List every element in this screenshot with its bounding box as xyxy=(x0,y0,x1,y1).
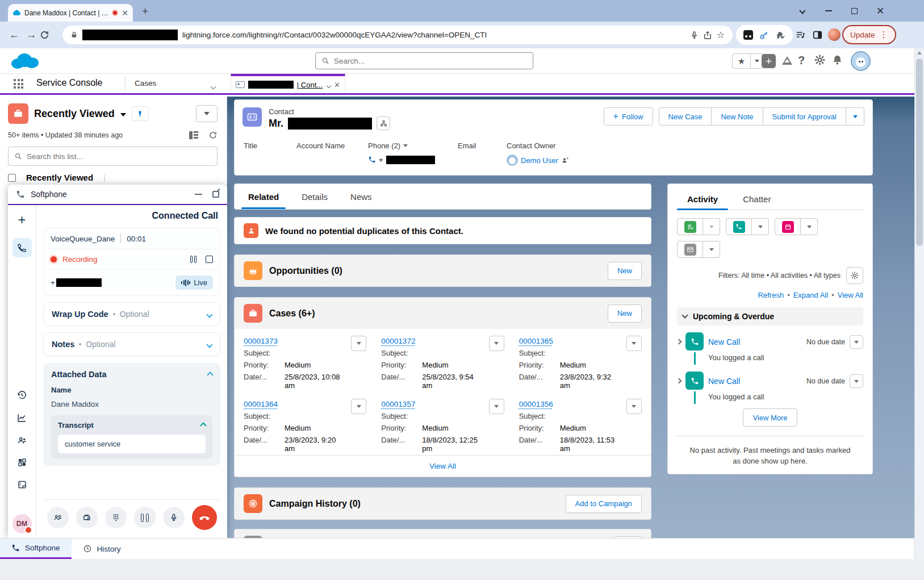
tab-activity[interactable]: Activity xyxy=(677,192,728,210)
case-number-link[interactable]: 00001365 xyxy=(519,337,553,345)
case-row-actions[interactable] xyxy=(626,336,642,351)
row-checkbox[interactable] xyxy=(8,174,16,182)
history-icon[interactable] xyxy=(16,390,27,400)
new-note-button[interactable]: New Note xyxy=(712,107,763,126)
url-bar[interactable]: lightning.force.com/lightning/r/Contact/… xyxy=(62,26,733,44)
upcoming-overdue-section[interactable]: Upcoming & Overdue xyxy=(677,307,863,326)
utility-softphone-tab[interactable]: Softphone xyxy=(0,539,72,559)
password-key-icon[interactable] xyxy=(759,30,769,40)
reload-button[interactable] xyxy=(40,30,57,40)
profile-avatar-icon[interactable] xyxy=(828,28,841,41)
transcript-chevron-icon[interactable] xyxy=(201,421,206,429)
help-icon[interactable]: ? xyxy=(798,54,805,67)
scrollbar-thumb[interactable] xyxy=(916,59,923,246)
list-view-actions-dropdown[interactable] xyxy=(196,105,218,122)
phone-dropdown-icon[interactable] xyxy=(403,144,408,147)
new-event-button[interactable] xyxy=(775,218,818,235)
utility-history-tab[interactable]: History xyxy=(72,539,132,559)
list-search-input[interactable] xyxy=(27,152,211,161)
activity-actions-dropdown[interactable] xyxy=(850,335,863,349)
refresh-list-icon[interactable] xyxy=(208,131,218,140)
expand-item-chevron-icon[interactable] xyxy=(677,376,681,404)
call-dropdown-icon[interactable] xyxy=(752,218,769,235)
list-view-selector-icon[interactable] xyxy=(120,110,126,118)
popout-panel-icon[interactable] xyxy=(212,191,219,198)
chrome-update-button[interactable]: Update ⋮ xyxy=(842,25,896,44)
case-row-actions[interactable] xyxy=(351,399,366,414)
view-all-link[interactable]: View All xyxy=(838,291,863,299)
browser-tab[interactable]: Dane Maddox | Contact | Sal ✕ xyxy=(8,4,133,22)
activity-title-link[interactable]: New Call xyxy=(708,337,740,347)
pin-icon[interactable] xyxy=(132,106,149,121)
conference-icon[interactable] xyxy=(47,507,69,528)
global-search-input[interactable] xyxy=(334,57,527,65)
case-row-actions[interactable] xyxy=(626,399,642,414)
case-row-actions[interactable] xyxy=(489,399,504,414)
workspace-tab-close-icon[interactable]: ✕ xyxy=(334,81,340,89)
event-dropdown-icon[interactable] xyxy=(801,218,818,235)
case-row-actions[interactable] xyxy=(351,336,366,351)
log-call-button[interactable] xyxy=(726,218,769,235)
wrap-up-code-section[interactable]: Wrap Up Code Optional xyxy=(43,302,220,326)
nav-tab-cases[interactable]: Cases xyxy=(135,79,156,87)
app-launcher-icon[interactable] xyxy=(14,79,23,89)
extensions-puzzle-icon[interactable] xyxy=(775,30,785,40)
back-button[interactable]: ← xyxy=(6,29,23,41)
favorite-star-icon[interactable]: ★ xyxy=(732,53,751,69)
nav-cases-chevron-icon[interactable] xyxy=(211,82,215,90)
notes-pad-icon[interactable] xyxy=(17,479,27,490)
favorites-button[interactable]: ★ xyxy=(732,53,763,69)
owner-link[interactable]: Demo User xyxy=(521,156,558,165)
activity-settings-icon[interactable] xyxy=(846,267,863,284)
more-actions-dropdown[interactable] xyxy=(846,107,864,126)
window-close-button[interactable]: ✕ xyxy=(867,0,893,22)
media-queue-icon[interactable] xyxy=(795,30,806,40)
new-case-button[interactable]: New Case xyxy=(659,107,712,126)
case-number-link[interactable]: 00001373 xyxy=(244,337,278,345)
view-hierarchy-icon[interactable] xyxy=(377,116,390,130)
activity-title-link[interactable]: New Call xyxy=(708,377,740,386)
case-number-link[interactable]: 00001364 xyxy=(244,400,278,408)
case-number-link[interactable]: 00001372 xyxy=(381,337,415,345)
global-actions-icon[interactable]: + xyxy=(762,54,776,68)
new-call-plus-icon[interactable]: + xyxy=(18,213,26,227)
wrap-up-chevron-icon[interactable] xyxy=(207,310,212,319)
new-tab-button[interactable]: + xyxy=(142,6,148,16)
redacted-phone-number[interactable] xyxy=(386,156,435,164)
email-button[interactable] xyxy=(677,241,720,258)
email-dropdown-icon[interactable] xyxy=(703,241,720,258)
submit-for-approval-button[interactable]: Submit for Approval xyxy=(763,107,846,126)
follow-button[interactable]: +Follow xyxy=(604,107,653,126)
setup-gear-icon[interactable] xyxy=(814,54,826,66)
apps-grid-icon[interactable] xyxy=(17,457,27,468)
notes-chevron-icon[interactable] xyxy=(207,340,212,349)
trailhead-icon[interactable] xyxy=(780,54,794,68)
display-as-icon[interactable] xyxy=(189,131,198,139)
mute-mic-icon[interactable] xyxy=(163,507,185,528)
change-owner-icon[interactable] xyxy=(561,157,569,164)
expand-all-link[interactable]: Expand All xyxy=(793,291,828,299)
tab-close-icon[interactable]: ✕ xyxy=(122,9,128,18)
opportunities-title[interactable]: Opportunities (0) xyxy=(269,266,342,276)
minimize-panel-icon[interactable] xyxy=(195,194,202,195)
analytics-icon[interactable] xyxy=(16,412,27,423)
case-number-link[interactable]: 00001356 xyxy=(519,400,553,408)
cases-view-all-link[interactable]: View All xyxy=(235,455,651,477)
window-minimize-button[interactable] xyxy=(816,0,842,22)
tab-chatter[interactable]: Chatter xyxy=(733,192,781,210)
refresh-link[interactable]: Refresh xyxy=(758,291,784,299)
scroll-up-arrow-icon[interactable] xyxy=(917,51,922,55)
attached-data-chevron-icon[interactable] xyxy=(208,370,212,379)
stop-recording-icon[interactable] xyxy=(206,256,213,263)
end-call-button[interactable] xyxy=(192,505,217,530)
sidepanel-icon[interactable] xyxy=(812,30,823,40)
live-badge[interactable]: Live xyxy=(175,276,213,290)
expand-item-chevron-icon[interactable] xyxy=(677,337,681,365)
notifications-bell-icon[interactable] xyxy=(831,54,843,66)
pause-recording-icon[interactable] xyxy=(190,256,196,263)
global-search[interactable] xyxy=(315,52,533,69)
forward-button[interactable]: → xyxy=(23,29,40,41)
agent-avatar[interactable]: DM xyxy=(12,514,32,533)
bookmark-star-icon[interactable]: ☆ xyxy=(717,30,725,40)
new-case-related-button[interactable]: New xyxy=(608,304,642,323)
